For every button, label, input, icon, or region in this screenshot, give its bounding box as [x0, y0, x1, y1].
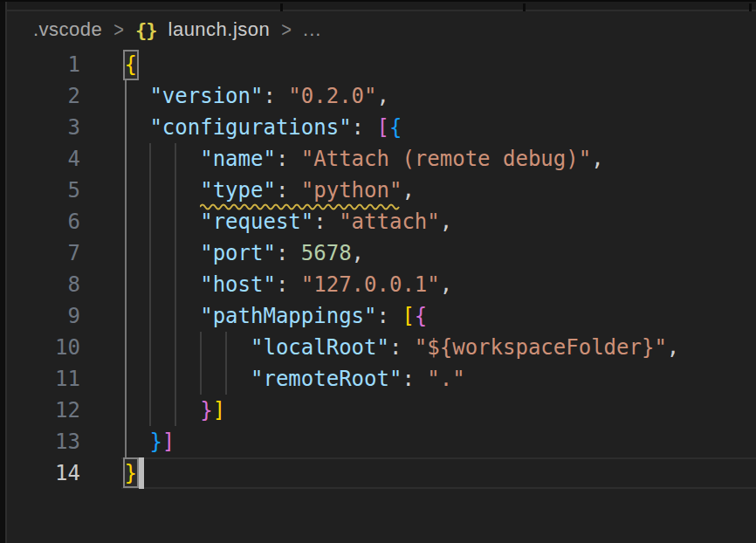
token-pun: :: [313, 210, 339, 234]
token-key: "remoteRoot": [251, 367, 402, 391]
code-line-13[interactable]: }]: [125, 426, 680, 457]
token-pun: :: [352, 115, 377, 140]
line-number-4[interactable]: 4: [9, 143, 80, 175]
gutter: 1234567891011121314: [9, 49, 80, 489]
token-pun: :: [276, 241, 301, 265]
token-pun: ,: [352, 241, 364, 265]
token-b1: }: [125, 461, 137, 485]
code-line-9[interactable]: "pathMappings": [{: [125, 300, 680, 332]
code-line-14[interactable]: }: [125, 457, 680, 489]
token-str: "attach": [339, 210, 440, 234]
token-pun: :: [276, 272, 301, 297]
token-str: "Attach (remote debug)": [301, 147, 591, 171]
code-line-12[interactable]: }]: [125, 395, 680, 426]
token-key: "type": [200, 178, 276, 203]
line-number-6[interactable]: 6: [9, 206, 80, 237]
code-line-10[interactable]: "localRoot": "${workspaceFolder}",: [125, 332, 680, 363]
sidebar-edge: [0, 2, 7, 543]
token-key: "name": [200, 147, 276, 171]
line-number-11[interactable]: 11: [9, 363, 80, 395]
token-pun: :: [276, 178, 301, 203]
token-key: "host": [200, 272, 276, 297]
line-number-3[interactable]: 3: [9, 112, 80, 143]
token-str: "${workspaceFolder}": [415, 335, 667, 360]
line-number-14[interactable]: 14: [9, 457, 80, 489]
text-cursor: [139, 457, 144, 489]
line-number-13[interactable]: 13: [9, 426, 80, 457]
chevron-right-icon: >: [113, 18, 124, 41]
line-number-5[interactable]: 5: [9, 175, 80, 206]
token-key: "version": [149, 84, 263, 108]
token-str: "python": [301, 178, 402, 203]
token-b3: }: [149, 430, 162, 454]
token-b1: {: [125, 52, 137, 77]
token-pun: ,: [402, 178, 414, 203]
token-pun: ,: [591, 147, 603, 171]
token-pun: :: [263, 84, 288, 108]
token-key: "request": [200, 210, 313, 234]
line-number-9[interactable]: 9: [9, 300, 80, 332]
token-key: "pathMappings": [200, 304, 376, 328]
json-file-icon: {}: [135, 19, 157, 41]
tab-divider: [749, 3, 752, 11]
token-b2: ]: [162, 430, 175, 454]
line-number-1[interactable]: 1: [9, 49, 80, 80]
tab-bar[interactable]: [0, 0, 756, 11]
token-b2: }: [200, 398, 212, 423]
line-number-2[interactable]: 2: [9, 80, 80, 112]
token-b1: [: [402, 304, 414, 328]
line-number-10[interactable]: 10: [9, 332, 80, 363]
token-b2: [: [377, 115, 389, 140]
code-line-11[interactable]: "remoteRoot": ".": [125, 363, 680, 395]
line-number-8[interactable]: 8: [9, 269, 80, 300]
tab-divider: [280, 3, 283, 11]
token-b1: ]: [213, 398, 225, 423]
token-str: "0.2.0": [288, 84, 376, 108]
token-pun: ,: [667, 335, 679, 360]
code-line-7[interactable]: "port": 5678,: [125, 237, 680, 269]
token-pun: :: [402, 367, 427, 391]
tab-divider: [523, 3, 526, 11]
token-key: "port": [200, 241, 276, 265]
chevron-right-icon: >: [281, 18, 292, 41]
token-pun: ,: [440, 210, 452, 234]
code-line-5[interactable]: "type": "python",: [125, 175, 680, 206]
code-line-8[interactable]: "host": "127.0.0.1",: [125, 269, 680, 300]
token-key: "configurations": [149, 115, 351, 140]
line-number-7[interactable]: 7: [9, 237, 80, 269]
token-pun: :: [276, 147, 301, 171]
code-line-1[interactable]: {: [125, 49, 680, 80]
breadcrumb-file[interactable]: launch.json: [168, 18, 271, 41]
token-num: 5678: [301, 241, 352, 265]
token-pun: :: [377, 304, 402, 328]
breadcrumb-overflow[interactable]: ...: [303, 18, 321, 41]
token-pun: ,: [377, 84, 389, 108]
breadcrumb-folder[interactable]: .vscode: [33, 18, 102, 41]
breadcrumb: .vscode > {} launch.json > ...: [9, 11, 756, 48]
token-pun: :: [389, 335, 415, 360]
token-str: ".": [427, 367, 464, 391]
token-key: "localRoot": [251, 335, 389, 360]
code-line-6[interactable]: "request": "attach",: [125, 206, 680, 237]
code-line-4[interactable]: "name": "Attach (remote debug)",: [125, 143, 680, 175]
code-line-2[interactable]: "version": "0.2.0",: [125, 80, 680, 112]
code-lines[interactable]: { "version": "0.2.0", "configurations": …: [125, 49, 680, 489]
code-line-3[interactable]: "configurations": [{: [125, 112, 680, 143]
vscode-window: .vscode > {} launch.json > ... 123456789…: [0, 0, 756, 543]
token-b3: {: [389, 115, 402, 140]
line-number-12[interactable]: 12: [9, 395, 80, 426]
token-b2: {: [415, 304, 427, 328]
token-pun: ,: [440, 272, 452, 297]
token-str: "127.0.0.1": [301, 272, 440, 297]
